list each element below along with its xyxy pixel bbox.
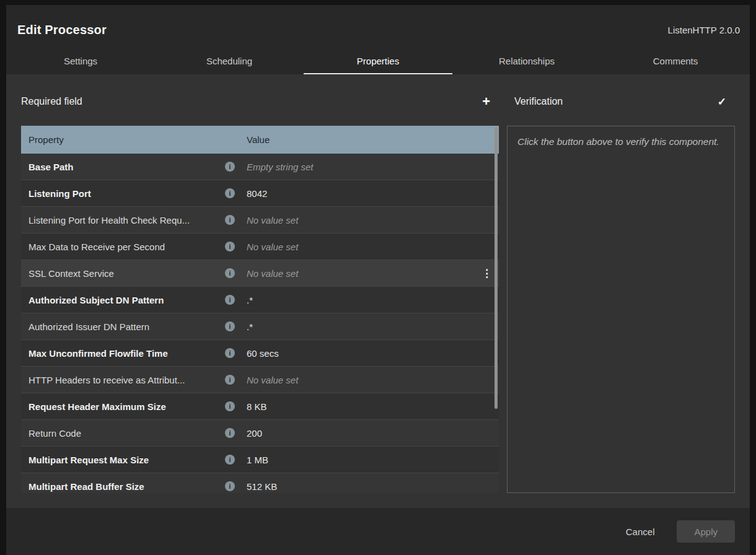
info-icon: i: [225, 455, 235, 465]
scrollbar-thumb[interactable]: [494, 127, 498, 409]
property-value[interactable]: .*: [247, 321, 491, 332]
info-icon: i: [225, 295, 235, 305]
properties-table-header: Property Value: [21, 126, 499, 154]
property-row[interactable]: Authorized Issuer DN Patterni.*: [21, 313, 499, 340]
cancel-button[interactable]: Cancel: [622, 526, 659, 538]
tab-bar: SettingsSchedulingPropertiesRelationship…: [6, 48, 750, 74]
property-value[interactable]: No value set: [247, 242, 491, 252]
property-name: SSL Context Service: [29, 268, 225, 279]
property-row[interactable]: Base PathiEmpty string set: [21, 154, 499, 180]
tab-comments[interactable]: Comments: [601, 48, 750, 74]
property-value[interactable]: No value set: [247, 215, 491, 225]
property-value[interactable]: No value set: [247, 268, 481, 279]
property-row[interactable]: Return Codei200: [21, 420, 499, 447]
tab-properties[interactable]: Properties: [304, 48, 452, 74]
verification-section-header: Verification ✓: [507, 89, 735, 114]
property-name: Multipart Request Max Size: [29, 455, 225, 465]
properties-section-header: Required field +: [21, 89, 499, 114]
verification-section: Verification ✓ Click the button above to…: [507, 89, 735, 493]
property-row[interactable]: Listening Porti8042: [21, 180, 499, 207]
info-icon: i: [225, 188, 235, 198]
property-name: Max Unconfirmed Flowfile Time: [29, 348, 225, 359]
tab-relationships[interactable]: Relationships: [452, 48, 601, 74]
property-name: Authorized Issuer DN Pattern: [29, 321, 225, 332]
properties-section: Required field + Property Value Base Pat…: [21, 89, 499, 493]
info-icon: i: [225, 162, 235, 172]
verification-message: Click the button above to verify this co…: [517, 136, 719, 147]
processor-version: ListenHTTP 2.0.0: [668, 25, 740, 35]
property-row[interactable]: Multipart Request Max Sizei1 MB: [21, 447, 499, 473]
info-icon: i: [225, 321, 235, 331]
property-name: Authorized Subject DN Pattern: [29, 295, 225, 305]
verification-label: Verification: [514, 96, 563, 107]
property-value[interactable]: 512 KB: [247, 481, 491, 492]
info-icon: i: [225, 242, 235, 251]
info-icon: i: [225, 375, 235, 385]
property-row[interactable]: SSL Context ServiceiNo value set⋮: [21, 260, 499, 287]
property-value[interactable]: 60 secs: [247, 348, 491, 359]
info-icon: i: [225, 268, 235, 278]
property-value[interactable]: 8 KB: [247, 401, 491, 412]
dialog-header: Edit Processor ListenHTTP 2.0.0 Settings…: [6, 5, 750, 74]
property-name: Listening Port for Health Check Requ...: [29, 215, 225, 225]
property-name: Request Header Maximum Size: [29, 401, 225, 412]
property-row[interactable]: Multipart Read Buffer Sizei512 KB: [21, 473, 499, 493]
property-value[interactable]: .*: [247, 295, 491, 305]
add-property-icon[interactable]: +: [482, 95, 490, 108]
dialog-body: Required field + Property Value Base Pat…: [6, 74, 750, 508]
property-value[interactable]: Empty string set: [247, 162, 491, 172]
info-icon: i: [225, 428, 235, 438]
info-icon: i: [225, 401, 235, 411]
dialog-footer: Cancel Apply: [6, 508, 750, 555]
property-row[interactable]: HTTP Headers to receive as Attribut...iN…: [21, 367, 499, 393]
more-options-icon[interactable]: ⋮: [481, 267, 491, 280]
property-name: Return Code: [29, 428, 225, 439]
properties-table: Property Value Base PathiEmpty string se…: [21, 126, 499, 493]
properties-table-body: Base PathiEmpty string setListening Port…: [21, 154, 499, 493]
tab-settings[interactable]: Settings: [6, 48, 155, 74]
property-name: HTTP Headers to receive as Attribut...: [29, 375, 225, 385]
info-icon: i: [225, 215, 235, 225]
property-row[interactable]: Max Data to Receive per SecondiNo value …: [21, 234, 499, 260]
property-name: Multipart Read Buffer Size: [29, 481, 225, 492]
column-header-property: Property: [29, 134, 247, 145]
property-row[interactable]: Listening Port for Health Check Requ...i…: [21, 207, 499, 234]
property-value[interactable]: No value set: [247, 375, 491, 385]
info-icon: i: [225, 481, 235, 491]
property-row[interactable]: Max Unconfirmed Flowfile Timei60 secs: [21, 340, 499, 367]
property-name: Listening Port: [29, 188, 225, 199]
property-row[interactable]: Authorized Subject DN Patterni.*: [21, 287, 499, 313]
edit-processor-dialog: Edit Processor ListenHTTP 2.0.0 Settings…: [6, 5, 750, 555]
property-name: Base Path: [29, 162, 225, 172]
property-value[interactable]: 8042: [247, 188, 491, 199]
column-header-value: Value: [247, 134, 491, 145]
required-field-label: Required field: [21, 96, 82, 107]
verify-check-icon[interactable]: ✓: [718, 95, 726, 108]
info-icon: i: [225, 348, 235, 358]
property-value[interactable]: 200: [247, 428, 491, 439]
dialog-title: Edit Processor: [17, 23, 107, 37]
property-name: Max Data to Receive per Second: [29, 242, 225, 252]
tab-scheduling[interactable]: Scheduling: [155, 48, 304, 74]
property-value[interactable]: 1 MB: [247, 455, 491, 465]
verification-panel: Click the button above to verify this co…: [507, 126, 735, 493]
title-row: Edit Processor ListenHTTP 2.0.0: [6, 5, 750, 48]
property-row[interactable]: Request Header Maximum Sizei8 KB: [21, 393, 499, 420]
apply-button[interactable]: Apply: [677, 520, 735, 543]
